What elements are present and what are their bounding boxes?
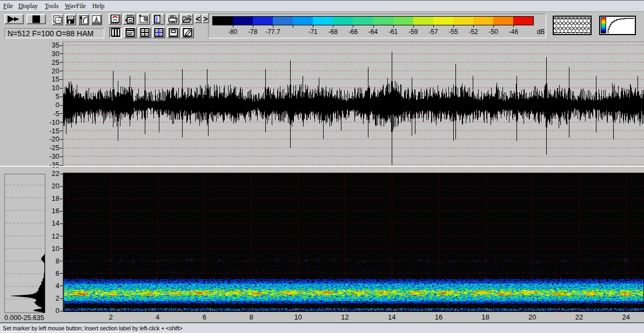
svg-text:S: S bbox=[159, 16, 164, 24]
